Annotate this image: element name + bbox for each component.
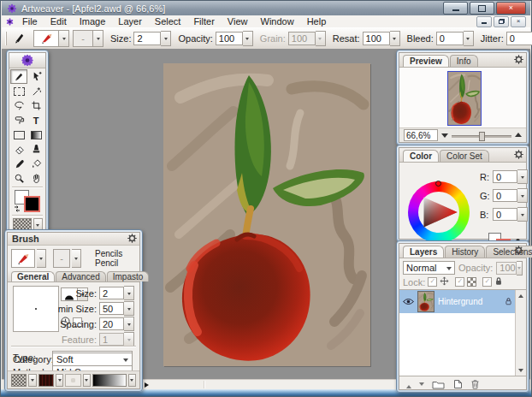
menu-window[interactable]: Window <box>255 15 300 27</box>
r-input[interactable]: 0 <box>493 170 517 183</box>
roller-tool[interactable] <box>10 113 27 127</box>
panel-menu-gear-icon[interactable] <box>514 150 523 159</box>
nozzle-dropdown[interactable] <box>83 374 91 387</box>
menu-file[interactable]: File <box>16 15 44 27</box>
size-input[interactable]: 2 <box>133 32 161 45</box>
g-input[interactable]: 0 <box>493 189 517 202</box>
scroll-up-icon[interactable] <box>516 290 526 299</box>
bleed-dropdown[interactable] <box>464 31 474 46</box>
clone-stamp-tool[interactable] <box>27 142 44 157</box>
zoom-slider[interactable] <box>452 132 511 139</box>
new-group-folder-icon[interactable] <box>432 380 445 391</box>
lasso-tool[interactable] <box>10 98 27 113</box>
tab-preview[interactable]: Preview <box>403 55 449 67</box>
lock-transparency-checkbox[interactable]: ✓ <box>455 277 464 287</box>
status-expand-icon[interactable] <box>145 382 151 388</box>
zoom-tool[interactable] <box>10 171 27 186</box>
lock-position-checkbox[interactable]: ✓ <box>428 277 437 287</box>
minimize-button[interactable] <box>443 2 468 15</box>
nozzle-swatch[interactable] <box>65 374 80 387</box>
hand-tool[interactable] <box>27 171 44 186</box>
maximize-button[interactable] <box>470 2 494 15</box>
spacing-dropdown[interactable] <box>124 317 134 331</box>
document-canvas[interactable] <box>163 63 370 366</box>
brush-size-input[interactable]: 2 <box>99 287 124 299</box>
brush-size-dropdown[interactable] <box>124 286 134 300</box>
gradient-tool[interactable] <box>27 127 44 142</box>
panel-menu-gear-icon[interactable] <box>514 246 523 255</box>
brush-preset-preview[interactable] <box>11 249 35 268</box>
tab-info[interactable]: Info <box>450 55 478 67</box>
gradient-swatch[interactable] <box>92 374 127 387</box>
opacity-dropdown[interactable] <box>243 31 253 46</box>
stroke-preset-dropdown[interactable] <box>93 30 103 47</box>
opacity-input[interactable]: 100 <box>216 32 243 45</box>
category-select[interactable]: Soft <box>52 353 133 366</box>
delete-layer-trash-icon[interactable] <box>470 379 480 391</box>
title-bar[interactable]: Artweaver - [Apfel2.awd @ 66,6%] × <box>2 1 530 15</box>
zoom-value-box[interactable]: 66,6% <box>404 129 438 141</box>
tab-history[interactable]: History <box>445 246 485 258</box>
hue-marker[interactable] <box>435 181 441 187</box>
lock-all-checkbox[interactable]: ✓ <box>482 277 492 287</box>
menu-filter[interactable]: Filter <box>187 15 220 27</box>
menu-help[interactable]: Help <box>301 15 333 27</box>
mdi-close-button[interactable]: × <box>511 16 526 27</box>
layer-list-scrollbar[interactable] <box>515 290 526 376</box>
brush-preset-dropdown[interactable] <box>37 249 46 268</box>
spacing-input[interactable]: 20 <box>99 317 124 330</box>
crop-tool[interactable] <box>27 98 44 113</box>
background-color-swatch[interactable] <box>24 196 40 212</box>
g-dropdown[interactable] <box>517 188 528 203</box>
canvas-painting[interactable] <box>163 63 370 366</box>
blend-mode-select[interactable]: Normal <box>403 261 455 275</box>
panel-menu-gear-icon[interactable] <box>514 55 523 64</box>
size-dropdown[interactable] <box>161 31 171 46</box>
layer-visibility-eye-icon[interactable] <box>403 297 414 307</box>
pattern-swatch[interactable] <box>38 374 54 387</box>
swap-colors-icon[interactable] <box>13 204 21 213</box>
menu-view[interactable]: View <box>222 15 254 27</box>
tab-advanced[interactable]: Advanced <box>56 271 105 281</box>
new-layer-icon[interactable] <box>452 379 463 391</box>
rect-select-tool[interactable] <box>10 84 27 98</box>
navigator-thumbnail[interactable] <box>447 71 482 126</box>
resat-input[interactable]: 100 <box>363 32 390 45</box>
stroke-preset-dropdown[interactable] <box>72 249 81 268</box>
tab-layers[interactable]: Layers <box>403 246 444 258</box>
b-input[interactable]: 0 <box>493 208 517 221</box>
move-layer-up-button[interactable] <box>406 382 411 388</box>
move-tool[interactable] <box>27 69 44 84</box>
scroll-down-icon[interactable] <box>516 367 526 376</box>
gradient-dropdown[interactable] <box>128 374 136 387</box>
eyedropper-tool[interactable] <box>10 157 27 171</box>
menu-layer[interactable]: Layer <box>112 15 148 27</box>
tab-color-set[interactable]: Color Set <box>440 150 489 162</box>
brush-preset-preview[interactable] <box>33 30 59 47</box>
text-tool[interactable]: T <box>27 113 44 127</box>
tab-general[interactable]: General <box>11 271 55 281</box>
menu-edit[interactable]: Edit <box>44 15 73 27</box>
bleed-input[interactable]: 0 <box>436 32 464 45</box>
close-button[interactable]: × <box>496 2 526 15</box>
min-size-dropdown[interactable] <box>124 301 134 316</box>
menu-select[interactable]: Select <box>149 15 187 27</box>
min-size-input[interactable]: 50 <box>99 302 124 315</box>
zoom-in-button[interactable] <box>515 129 522 137</box>
tab-selections[interactable]: Selections <box>486 246 532 258</box>
jitter-input[interactable]: 0 <box>506 32 532 45</box>
eraser-tool[interactable] <box>10 142 27 157</box>
paper-texture-swatch[interactable] <box>11 374 27 387</box>
panel-menu-gear-icon[interactable] <box>127 234 137 243</box>
stroke-preset-box[interactable]: - <box>73 30 93 47</box>
magic-wand-tool[interactable] <box>27 84 44 98</box>
tab-color[interactable]: Color <box>403 150 439 162</box>
resat-dropdown[interactable] <box>390 31 400 46</box>
layer-name[interactable]: Hintergrund <box>438 297 482 306</box>
layer-row[interactable]: Hintergrund <box>399 290 516 313</box>
move-layer-down-button[interactable] <box>419 382 424 388</box>
pattern-dropdown[interactable] <box>56 374 63 387</box>
r-dropdown[interactable] <box>517 169 528 184</box>
tab-impasto[interactable]: Impasto <box>107 271 150 281</box>
paper-texture-dropdown[interactable] <box>28 374 36 387</box>
